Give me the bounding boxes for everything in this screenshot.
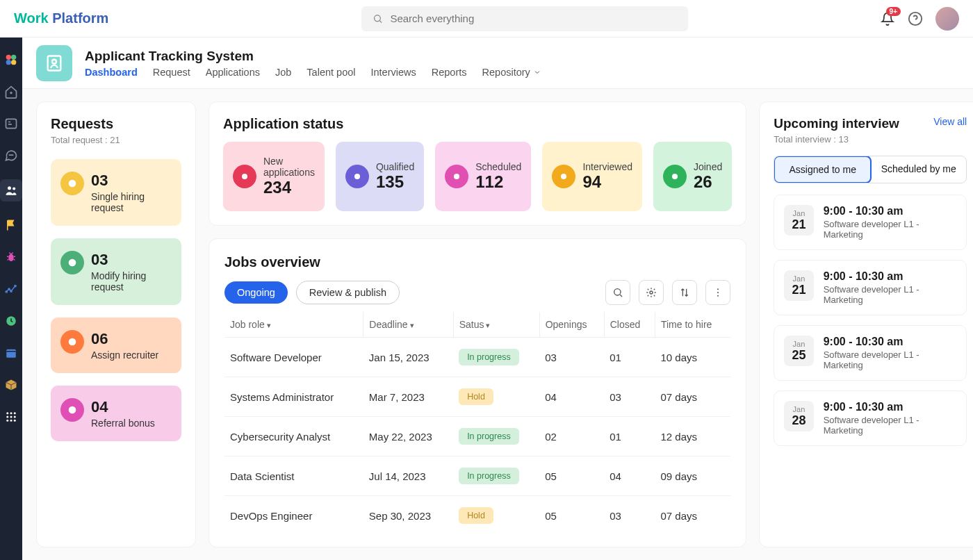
column-header[interactable]: Satus ▾ <box>453 312 539 338</box>
cell-openings: 02 <box>539 417 604 456</box>
column-header[interactable]: Openings <box>539 312 604 338</box>
jobs-search-button[interactable] <box>605 280 630 305</box>
jobs-sort-button[interactable] <box>672 280 697 305</box>
jobs-panel: Jobs overview Ongoing Review & publish J… <box>208 238 746 547</box>
request-label: Assign recruiter <box>91 349 158 361</box>
cell-status: Hold <box>453 377 539 417</box>
avatar[interactable] <box>935 7 959 31</box>
nav-tab-talent-pool[interactable]: Talent pool <box>306 67 355 78</box>
nav-tab-applications[interactable]: Applications <box>206 67 260 78</box>
sidebar-bug-icon[interactable] <box>3 249 19 265</box>
svg-point-42 <box>717 295 719 297</box>
person-card-icon <box>44 53 64 73</box>
interview-desc: Software developer L1 - Marketing <box>824 284 957 305</box>
cell-deadline: Sep 30, 2023 <box>363 496 453 536</box>
logo[interactable]: Work Platform <box>14 10 108 26</box>
sidebar-chat-icon[interactable] <box>3 147 19 164</box>
interview-item[interactable]: Jan259:00 - 10:30 amSoftware developer L… <box>774 325 967 381</box>
status-icon <box>552 165 575 188</box>
search-icon <box>612 287 623 298</box>
column-header[interactable]: Closed <box>604 312 655 338</box>
svg-point-24 <box>6 420 8 422</box>
request-icon <box>60 172 84 195</box>
column-header[interactable]: Job role ▾ <box>224 312 363 338</box>
upcoming-subtitle: Total interview : 13 <box>774 134 899 145</box>
cell-role: Software Developer <box>224 338 363 377</box>
sidebar-apps-icon[interactable] <box>3 409 19 425</box>
tab-scheduled-by-me[interactable]: Scheduled by me <box>871 156 966 183</box>
sidebar-card-icon[interactable] <box>3 115 19 132</box>
nav-tab-interviews[interactable]: Interviews <box>370 67 416 78</box>
status-badge: Hold <box>459 388 493 405</box>
status-label: New applications <box>263 156 315 178</box>
tab-ongoing[interactable]: Ongoing <box>224 281 288 304</box>
cell-time: 07 days <box>655 496 730 536</box>
request-card[interactable]: 03Single hiring request <box>51 159 181 226</box>
cell-status: In progress <box>453 417 539 456</box>
status-card[interactable]: Joined26 <box>653 142 732 211</box>
tab-review-publish[interactable]: Review & publish <box>296 281 400 304</box>
sidebar-people-icon[interactable] <box>0 179 22 201</box>
svg-point-26 <box>14 420 16 422</box>
search-input[interactable] <box>390 13 677 24</box>
sidebar-flag-icon[interactable] <box>3 217 19 233</box>
gear-icon <box>646 287 657 298</box>
jobs-settings-button[interactable] <box>639 280 664 305</box>
column-header[interactable]: Time to hire <box>655 312 730 338</box>
request-card[interactable]: 03Modify hiring request <box>51 238 181 305</box>
status-label: Scheduled <box>475 161 521 172</box>
nav-tab-request[interactable]: Request <box>153 67 190 78</box>
sidebar-calendar-icon[interactable] <box>3 345 19 361</box>
nav-tab-dashboard[interactable]: Dashboard <box>85 67 138 78</box>
nav-tab-repository[interactable]: Repository <box>482 67 541 78</box>
table-row[interactable]: Data ScientistJul 14, 2023In progress050… <box>224 456 730 496</box>
jobs-more-button[interactable] <box>705 280 730 305</box>
sort-arrow-icon: ▾ <box>265 321 271 329</box>
requests-title: Requests <box>51 116 181 132</box>
view-all-link[interactable]: View all <box>933 116 967 127</box>
svg-point-36 <box>561 174 566 179</box>
sidebar-analytics-icon[interactable] <box>3 281 19 297</box>
search-box[interactable] <box>361 6 688 31</box>
sidebar-logo-icon[interactable] <box>3 51 19 68</box>
status-card[interactable]: Qualified135 <box>336 142 424 211</box>
table-row[interactable]: Systems AdministratorMar 7, 2023Hold0403… <box>224 377 730 417</box>
table-row[interactable]: Cybersecurity AnalystMay 22, 2023In prog… <box>224 417 730 456</box>
status-value: 94 <box>582 172 632 192</box>
svg-point-33 <box>242 174 247 179</box>
interview-desc: Software developer L1 - Marketing <box>824 219 957 240</box>
status-card[interactable]: New applications234 <box>223 142 325 211</box>
sidebar-clock-icon[interactable] <box>3 313 19 329</box>
tab-assigned-to-me[interactable]: Assigned to me <box>774 156 872 183</box>
svg-point-29 <box>69 180 76 188</box>
nav-tab-reports[interactable]: Reports <box>432 67 467 78</box>
interview-item[interactable]: Jan289:00 - 10:30 amSoftware developer L… <box>774 390 967 446</box>
interview-item[interactable]: Jan219:00 - 10:30 amSoftware developer L… <box>774 260 967 315</box>
nav-tab-job[interactable]: Job <box>275 67 291 78</box>
table-row[interactable]: DevOps EngineerSep 30, 2023Hold050307 da… <box>224 496 730 536</box>
interview-item[interactable]: Jan219:00 - 10:30 amSoftware developer L… <box>774 195 967 250</box>
svg-point-10 <box>13 187 15 190</box>
status-card[interactable]: Scheduled112 <box>435 142 531 211</box>
status-card[interactable]: Interviewed94 <box>542 142 642 211</box>
interview-time: 9:00 - 10:30 am <box>824 336 957 348</box>
column-header[interactable]: Deadline ▾ <box>363 312 453 338</box>
svg-point-13 <box>8 288 10 290</box>
interview-time: 9:00 - 10:30 am <box>824 205 957 217</box>
request-count: 06 <box>91 330 158 348</box>
sidebar-package-icon[interactable] <box>3 377 19 393</box>
cell-status: In progress <box>453 456 539 496</box>
cell-time: 09 days <box>655 456 730 496</box>
svg-point-4 <box>11 55 16 60</box>
date-month: Jan <box>784 209 813 217</box>
request-label: Referral bonus <box>91 418 155 429</box>
request-card[interactable]: 06Assign recruiter <box>51 318 181 373</box>
sidebar-home-icon[interactable] <box>3 83 19 100</box>
request-card[interactable]: 04Referral bonus <box>51 386 181 441</box>
notification-button[interactable]: 9+ <box>880 11 895 26</box>
svg-point-39 <box>650 291 653 294</box>
table-row[interactable]: Software DeveloperJan 15, 2023In progres… <box>224 338 730 377</box>
help-button[interactable] <box>908 11 923 26</box>
svg-point-23 <box>14 416 16 418</box>
date-box: Jan21 <box>784 205 813 236</box>
